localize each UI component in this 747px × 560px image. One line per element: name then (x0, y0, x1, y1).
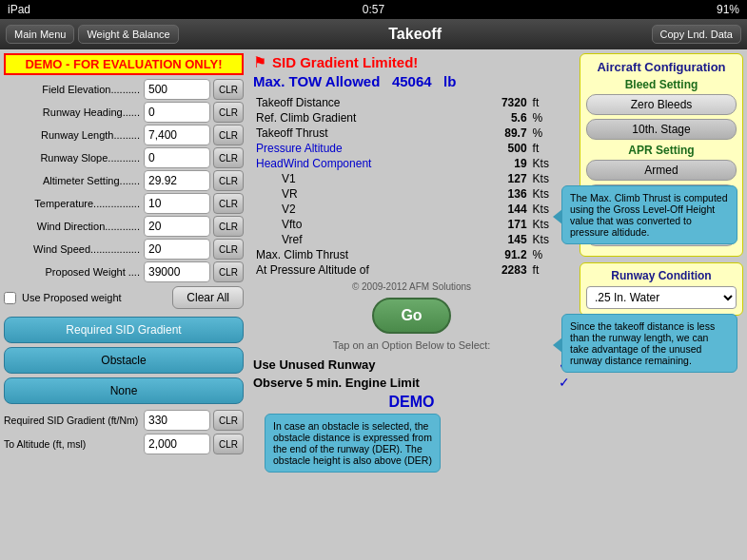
row-unit: ft (530, 262, 570, 278)
row-label: Max. Climb Thrust (253, 247, 473, 262)
table-row: V1 127 Kts (253, 171, 570, 186)
callout-box-2: Since the takeoff distance is less than … (561, 314, 737, 373)
zero-bleeds-button[interactable]: Zero Bleeds (586, 94, 737, 115)
gradient-row-0: Required SID Gradient (ft/Nm) CLR (4, 410, 244, 431)
clr-btn-7[interactable]: CLR (213, 239, 244, 260)
page-title: Takeoff (388, 26, 442, 43)
gradient-input-1[interactable] (144, 434, 210, 454)
field-input-8[interactable] (144, 261, 210, 282)
status-left: iPad (8, 3, 30, 16)
field-input-2[interactable] (144, 125, 210, 145)
row-label: V1 (253, 171, 473, 186)
field-row-8: Proposed Weight .... CLR (4, 261, 244, 282)
flag-icon: ⚑ (253, 53, 266, 71)
field-input-5[interactable] (144, 193, 210, 214)
table-row: Takeoff Thrust 89.7 % (253, 126, 570, 141)
max-tow-row: Max. TOW Allowed 45064 lb (253, 73, 570, 89)
runway-condition-select[interactable]: .25 In. Water Dry Wet (586, 286, 737, 309)
row-value: 144 (473, 202, 529, 217)
field-input-6[interactable] (144, 216, 210, 237)
gradient-row-1: To Altitude (ft, msl) CLR (4, 434, 244, 454)
row-value: 2283 (473, 262, 529, 278)
field-row-0: Field Elevation.......... CLR (4, 79, 244, 100)
tenth-stage-button[interactable]: 10th. Stage (586, 119, 737, 140)
gradient-clr-0[interactable]: CLR (213, 410, 244, 431)
go-button[interactable]: Go (372, 298, 450, 334)
field-label-3: Runway Slope........... (4, 152, 144, 164)
obstacle-button[interactable]: Obstacle (4, 347, 244, 374)
main-menu-button[interactable]: Main Menu (6, 25, 74, 44)
runway-condition-box: Runway Condition .25 In. Water Dry Wet (580, 262, 743, 316)
gradient-input-0[interactable] (144, 410, 210, 431)
table-row: VR 136 Kts (253, 186, 570, 202)
field-row-6: Wind Direction............ CLR (4, 216, 244, 237)
field-rows: Field Elevation.......... CLR Runway Hea… (4, 79, 244, 282)
gradient-clr-1[interactable]: CLR (213, 434, 244, 454)
clr-btn-8[interactable]: CLR (213, 261, 244, 282)
clr-btn-4[interactable]: CLR (213, 170, 244, 191)
sid-gradient-button[interactable]: Required SID Gradient (4, 317, 244, 343)
field-input-3[interactable] (144, 147, 210, 168)
row-label: Ref. Climb Gradient (253, 110, 473, 126)
main-content: DEMO - FOR EVALUATION ONLY! Field Elevat… (0, 49, 747, 560)
callout-text-2: Since the takeoff distance is less than … (570, 320, 715, 366)
field-label-8: Proposed Weight .... (4, 266, 144, 278)
field-label-2: Runway Length......... (4, 129, 144, 141)
field-label-6: Wind Direction............ (4, 221, 144, 232)
use-proposed-checkbox[interactable] (4, 292, 16, 304)
row-value: 91.2 (473, 247, 529, 262)
row-unit: ft (530, 95, 570, 110)
row-label: Takeoff Distance (253, 95, 473, 110)
sid-section: Required SID Gradient Obstacle None Requ… (4, 317, 244, 454)
armed-button[interactable]: Armed (586, 160, 737, 181)
row-unit: % (530, 247, 570, 262)
table-row: At Pressure Altitude of 2283 ft (253, 262, 570, 278)
none-button[interactable]: None (4, 377, 244, 404)
field-input-0[interactable] (144, 79, 210, 100)
field-input-7[interactable] (144, 239, 210, 260)
observe-text: Observe 5 min. Engine Limit (253, 376, 555, 390)
clr-btn-0[interactable]: CLR (213, 79, 244, 100)
weight-balance-button[interactable]: Weight & Balance (78, 25, 178, 44)
row-label: V2 (253, 202, 473, 217)
sid-warning-text: SID Gradient Limited! (272, 54, 418, 70)
clr-btn-6[interactable]: CLR (213, 216, 244, 237)
data-table: Takeoff Distance 7320 ft Ref. Climb Grad… (253, 95, 570, 278)
copy-lnd-button[interactable]: Copy Lnd. Data (652, 25, 741, 44)
clear-all-button[interactable]: Clear All (172, 286, 244, 309)
row-label: Pressure Altitude (253, 141, 473, 156)
field-label-5: Temperature................ (4, 198, 144, 209)
option-row-0: Use Unused Runway ✓ (253, 357, 570, 372)
field-row-5: Temperature................ CLR (4, 193, 244, 214)
max-tow-unit: lb (443, 73, 456, 89)
row-unit: ft (530, 141, 570, 156)
row-unit: Kts (530, 156, 570, 171)
field-row-3: Runway Slope........... CLR (4, 147, 244, 168)
row-value: 136 (473, 186, 529, 202)
field-label-4: Altimeter Setting....... (4, 175, 144, 186)
clr-btn-3[interactable]: CLR (213, 147, 244, 168)
row-label: Vref (253, 232, 473, 247)
field-input-1[interactable] (144, 102, 210, 123)
clr-btn-1[interactable]: CLR (213, 102, 244, 123)
status-right: 91% (717, 3, 739, 16)
use-proposed-row: Use Proposed weight Clear All (4, 286, 244, 309)
row-value: 171 (473, 217, 529, 232)
status-bar: iPad 0:57 91% (0, 0, 747, 19)
table-row: Vref 145 Kts (253, 232, 570, 247)
max-tow-value: 45064 (392, 73, 432, 89)
option-text-0: Use Unused Runway (253, 357, 555, 372)
observe-row: Observe 5 min. Engine Limit ✓ (253, 375, 570, 390)
right-panel: Aircraft Configuration Bleed Setting Zer… (576, 49, 747, 560)
table-row: V2 144 Kts (253, 202, 570, 217)
row-label: VR (253, 186, 473, 202)
clr-btn-5[interactable]: CLR (213, 193, 244, 214)
row-label: Takeoff Thrust (253, 126, 473, 141)
clr-btn-2[interactable]: CLR (213, 125, 244, 145)
field-input-4[interactable] (144, 170, 210, 191)
row-value: 145 (473, 232, 529, 247)
tap-instruction: Tap on an Option Below to Select: (253, 339, 570, 351)
config-title: Aircraft Configuration (586, 60, 737, 74)
row-value: 89.7 (473, 126, 529, 141)
row-label: Vfto (253, 217, 473, 232)
